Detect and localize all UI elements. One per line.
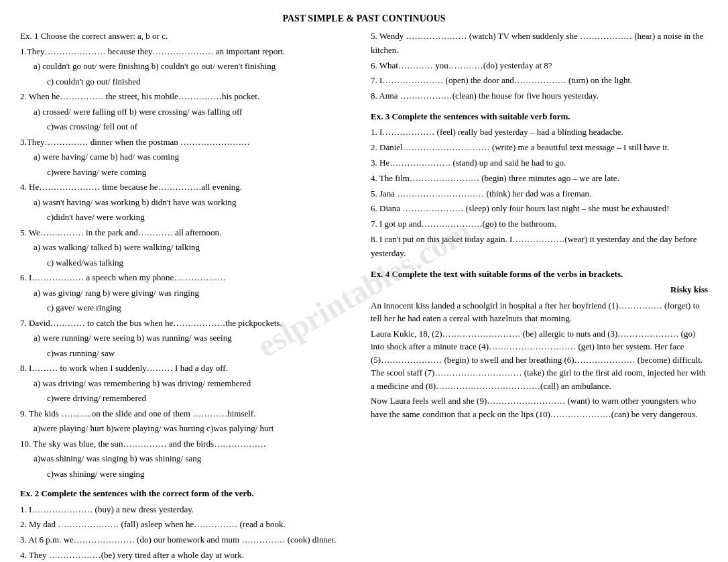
ex3-intro: Ex. 3 Complete the sentences with suitab… bbox=[371, 110, 708, 123]
ex1-q1: 1.They………………… because they………………… an imp… bbox=[20, 45, 357, 89]
ex3-items: 1. I……………… (feel) really bad yesterday –… bbox=[371, 125, 708, 260]
ex1-q5: 5. We…………… in the park and………… all after… bbox=[20, 226, 357, 270]
ex1-q10: 10. The sky was blue, the sun…………… and t… bbox=[20, 437, 357, 481]
ex1-q3: 3.They…………… dinner when the postman …………… bbox=[20, 135, 357, 179]
ex4-text: An innocent kiss landed a schoolgirl in … bbox=[371, 299, 708, 421]
ex1-q7: 7. David………… to catch the bus when he………… bbox=[20, 317, 357, 360]
ex1-intro: Ex. 1 Choose the correct answer: a, b or… bbox=[20, 30, 357, 43]
ex1-q2: 2. When he…………… the street, his mobile……… bbox=[20, 90, 357, 133]
ex4-intro: Ex. 4 Complete the text with suitable fo… bbox=[371, 268, 708, 281]
page-title: PAST SIMPLE & PAST CONTINUOUS bbox=[20, 13, 708, 24]
ex1-q4: 4. He………………… time because he……………all eve… bbox=[20, 180, 357, 224]
right-column: 5. Wendy ………………… (watch) TV when suddenl… bbox=[371, 30, 708, 562]
ex4-title: Risky kiss bbox=[371, 283, 708, 296]
left-column: Ex. 1 Choose the correct answer: a, b or… bbox=[20, 30, 357, 562]
ex1-q8: 8. I……… to work when I suddenly……… I had… bbox=[20, 361, 357, 405]
ex1-q6: 6. I……………… a speech when my phone……………… … bbox=[20, 271, 357, 315]
ex1-q9: 9. The kids ………..on the slide and one of… bbox=[20, 407, 357, 435]
ex2-intro: Ex. 2 Complete the sentences with the co… bbox=[20, 487, 357, 500]
ex2-items: 1. I………………… (buy) a new dress yesterday.… bbox=[20, 503, 357, 563]
